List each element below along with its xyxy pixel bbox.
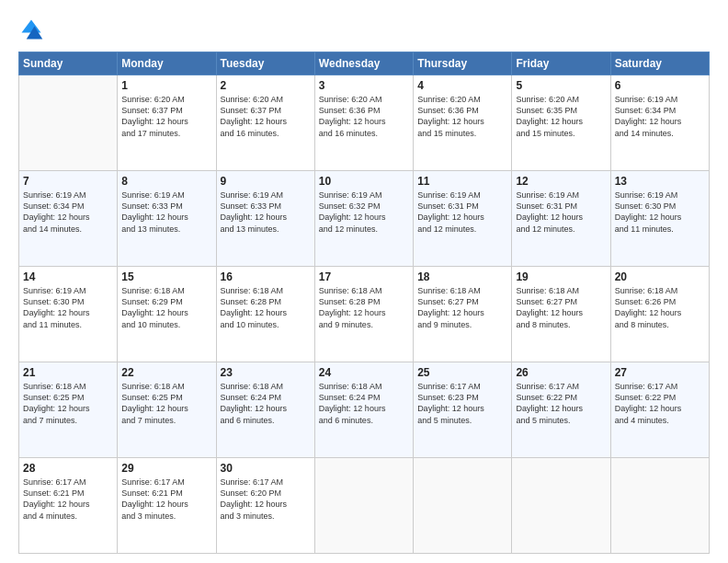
day-number: 6 [615, 78, 705, 93]
calendar-week-row: 21Sunrise: 6:18 AM Sunset: 6:25 PM Dayli… [19, 362, 710, 458]
day-number: 23 [221, 365, 311, 380]
day-header-row: SundayMondayTuesdayWednesdayThursdayFrid… [19, 52, 710, 75]
day-number: 5 [516, 78, 606, 93]
day-header-thursday: Thursday [414, 52, 512, 75]
day-number: 12 [516, 174, 606, 189]
calendar-cell: 28Sunrise: 6:17 AM Sunset: 6:21 PM Dayli… [19, 458, 118, 554]
day-info: Sunrise: 6:17 AM Sunset: 6:21 PM Dayligh… [23, 477, 113, 522]
calendar-cell: 1Sunrise: 6:20 AM Sunset: 6:37 PM Daylig… [118, 75, 216, 171]
day-number: 9 [221, 174, 311, 189]
calendar-cell: 25Sunrise: 6:17 AM Sunset: 6:23 PM Dayli… [414, 362, 512, 458]
day-number: 30 [221, 461, 311, 476]
calendar-cell: 14Sunrise: 6:19 AM Sunset: 6:30 PM Dayli… [19, 267, 118, 362]
day-info: Sunrise: 6:19 AM Sunset: 6:30 PM Dayligh… [615, 190, 705, 235]
day-number: 18 [417, 270, 507, 284]
calendar-cell: 29Sunrise: 6:17 AM Sunset: 6:21 PM Dayli… [118, 458, 216, 554]
day-info: Sunrise: 6:17 AM Sunset: 6:20 PM Dayligh… [221, 477, 311, 522]
day-info: Sunrise: 6:18 AM Sunset: 6:28 PM Dayligh… [221, 285, 311, 330]
day-info: Sunrise: 6:17 AM Sunset: 6:22 PM Dayligh… [516, 381, 606, 426]
calendar-cell: 9Sunrise: 6:19 AM Sunset: 6:33 PM Daylig… [216, 171, 314, 267]
calendar-cell: 30Sunrise: 6:17 AM Sunset: 6:20 PM Dayli… [216, 458, 314, 554]
day-number: 14 [23, 270, 113, 284]
logo-icon [18, 17, 44, 42]
day-info: Sunrise: 6:19 AM Sunset: 6:32 PM Dayligh… [319, 190, 409, 235]
calendar-cell: 23Sunrise: 6:18 AM Sunset: 6:24 PM Dayli… [216, 362, 314, 458]
day-info: Sunrise: 6:17 AM Sunset: 6:21 PM Dayligh… [121, 477, 211, 522]
calendar-cell [19, 75, 118, 171]
day-info: Sunrise: 6:20 AM Sunset: 6:36 PM Dayligh… [319, 94, 409, 139]
calendar-cell: 4Sunrise: 6:20 AM Sunset: 6:36 PM Daylig… [414, 75, 512, 171]
day-info: Sunrise: 6:18 AM Sunset: 6:25 PM Dayligh… [121, 381, 211, 426]
day-header-monday: Monday [118, 52, 216, 75]
day-info: Sunrise: 6:18 AM Sunset: 6:27 PM Dayligh… [417, 285, 507, 330]
calendar-cell: 5Sunrise: 6:20 AM Sunset: 6:35 PM Daylig… [512, 75, 610, 171]
day-info: Sunrise: 6:17 AM Sunset: 6:22 PM Dayligh… [615, 381, 705, 426]
calendar-cell [512, 458, 610, 554]
calendar-week-row: 14Sunrise: 6:19 AM Sunset: 6:30 PM Dayli… [19, 267, 710, 362]
page: SundayMondayTuesdayWednesdayThursdayFrid… [0, 0, 728, 563]
day-number: 27 [615, 365, 705, 380]
day-number: 10 [319, 174, 409, 189]
day-header-tuesday: Tuesday [216, 52, 314, 75]
day-number: 15 [121, 270, 211, 284]
calendar-cell: 24Sunrise: 6:18 AM Sunset: 6:24 PM Dayli… [314, 362, 413, 458]
day-info: Sunrise: 6:19 AM Sunset: 6:31 PM Dayligh… [516, 190, 606, 235]
day-info: Sunrise: 6:19 AM Sunset: 6:34 PM Dayligh… [615, 94, 705, 139]
day-number: 29 [121, 461, 211, 476]
calendar-cell: 7Sunrise: 6:19 AM Sunset: 6:34 PM Daylig… [19, 171, 118, 267]
day-header-saturday: Saturday [610, 52, 709, 75]
day-info: Sunrise: 6:20 AM Sunset: 6:36 PM Dayligh… [417, 94, 507, 139]
day-info: Sunrise: 6:20 AM Sunset: 6:37 PM Dayligh… [221, 94, 311, 139]
day-number: 2 [221, 78, 311, 93]
day-info: Sunrise: 6:20 AM Sunset: 6:35 PM Dayligh… [516, 94, 606, 139]
day-number: 13 [615, 174, 705, 189]
day-info: Sunrise: 6:19 AM Sunset: 6:30 PM Dayligh… [23, 285, 113, 330]
calendar-week-row: 7Sunrise: 6:19 AM Sunset: 6:34 PM Daylig… [19, 171, 710, 267]
calendar-cell: 20Sunrise: 6:18 AM Sunset: 6:26 PM Dayli… [610, 267, 709, 362]
calendar-cell: 8Sunrise: 6:19 AM Sunset: 6:33 PM Daylig… [118, 171, 216, 267]
calendar-cell [610, 458, 709, 554]
day-info: Sunrise: 6:19 AM Sunset: 6:33 PM Dayligh… [121, 190, 211, 235]
calendar-cell: 18Sunrise: 6:18 AM Sunset: 6:27 PM Dayli… [414, 267, 512, 362]
day-info: Sunrise: 6:18 AM Sunset: 6:24 PM Dayligh… [221, 381, 311, 426]
calendar-cell: 13Sunrise: 6:19 AM Sunset: 6:30 PM Dayli… [610, 171, 709, 267]
calendar-week-row: 28Sunrise: 6:17 AM Sunset: 6:21 PM Dayli… [19, 458, 710, 554]
calendar: SundayMondayTuesdayWednesdayThursdayFrid… [18, 52, 710, 554]
svg-marker-0 [22, 20, 41, 33]
day-number: 24 [319, 365, 409, 380]
calendar-cell [414, 458, 512, 554]
day-number: 19 [516, 270, 606, 284]
day-info: Sunrise: 6:18 AM Sunset: 6:27 PM Dayligh… [516, 285, 606, 330]
day-header-friday: Friday [512, 52, 610, 75]
day-number: 25 [417, 365, 507, 380]
day-number: 20 [615, 270, 705, 284]
calendar-cell: 2Sunrise: 6:20 AM Sunset: 6:37 PM Daylig… [216, 75, 314, 171]
calendar-body: 1Sunrise: 6:20 AM Sunset: 6:37 PM Daylig… [19, 75, 710, 554]
logo [18, 17, 48, 42]
calendar-cell: 16Sunrise: 6:18 AM Sunset: 6:28 PM Dayli… [216, 267, 314, 362]
day-number: 22 [121, 365, 211, 380]
calendar-cell: 3Sunrise: 6:20 AM Sunset: 6:36 PM Daylig… [314, 75, 413, 171]
calendar-cell: 27Sunrise: 6:17 AM Sunset: 6:22 PM Dayli… [610, 362, 709, 458]
calendar-cell: 10Sunrise: 6:19 AM Sunset: 6:32 PM Dayli… [314, 171, 413, 267]
day-info: Sunrise: 6:19 AM Sunset: 6:33 PM Dayligh… [221, 190, 311, 235]
day-number: 4 [417, 78, 507, 93]
day-info: Sunrise: 6:18 AM Sunset: 6:26 PM Dayligh… [615, 285, 705, 330]
calendar-cell: 12Sunrise: 6:19 AM Sunset: 6:31 PM Dayli… [512, 171, 610, 267]
day-number: 7 [23, 174, 113, 189]
day-header-wednesday: Wednesday [314, 52, 413, 75]
day-info: Sunrise: 6:17 AM Sunset: 6:23 PM Dayligh… [417, 381, 507, 426]
day-number: 3 [319, 78, 409, 93]
calendar-cell: 21Sunrise: 6:18 AM Sunset: 6:25 PM Dayli… [19, 362, 118, 458]
calendar-cell: 6Sunrise: 6:19 AM Sunset: 6:34 PM Daylig… [610, 75, 709, 171]
day-number: 8 [121, 174, 211, 189]
calendar-cell: 11Sunrise: 6:19 AM Sunset: 6:31 PM Dayli… [414, 171, 512, 267]
day-header-sunday: Sunday [19, 52, 118, 75]
calendar-cell: 26Sunrise: 6:17 AM Sunset: 6:22 PM Dayli… [512, 362, 610, 458]
day-info: Sunrise: 6:18 AM Sunset: 6:25 PM Dayligh… [23, 381, 113, 426]
day-number: 26 [516, 365, 606, 380]
day-number: 21 [23, 365, 113, 380]
calendar-cell [314, 458, 413, 554]
day-number: 16 [221, 270, 311, 284]
day-number: 11 [417, 174, 507, 189]
